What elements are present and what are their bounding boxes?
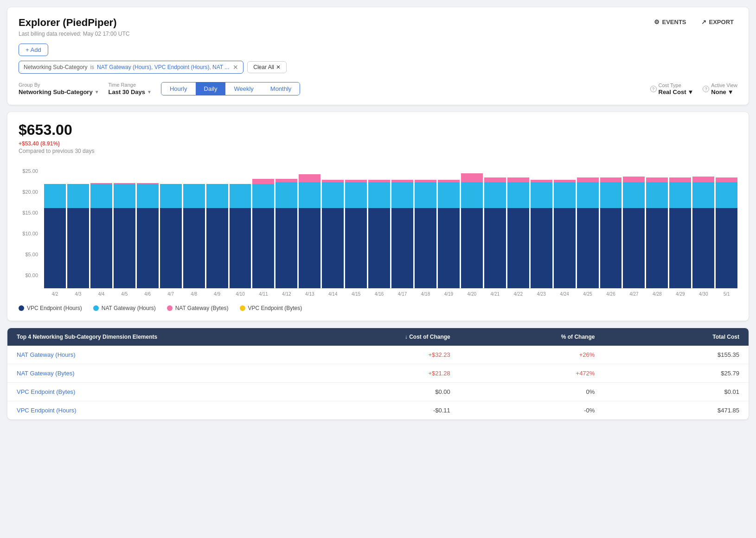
bar-segment-nat_gateway_bytes[interactable]: [299, 174, 320, 182]
bar-segment-vpc_endpoint_hours[interactable]: [554, 208, 576, 288]
bar-segment-nat_gateway_hours[interactable]: [484, 182, 506, 209]
events-button[interactable]: ⚙ EVENTS: [650, 17, 690, 27]
bar-segment-nat_gateway_bytes[interactable]: [461, 173, 483, 182]
bar-group[interactable]: [554, 168, 576, 288]
bar-segment-nat_gateway_hours[interactable]: [252, 184, 274, 208]
bar-segment-vpc_endpoint_hours[interactable]: [230, 208, 251, 288]
bar-group[interactable]: [299, 168, 320, 288]
bar-segment-vpc_endpoint_hours[interactable]: [507, 208, 529, 288]
bar-group[interactable]: [114, 168, 135, 288]
bar-segment-vpc_endpoint_hours[interactable]: [600, 208, 622, 288]
bar-segment-vpc_endpoint_hours[interactable]: [299, 208, 320, 288]
bar-segment-vpc_endpoint_hours[interactable]: [322, 208, 344, 288]
row-name[interactable]: NAT Gateway (Hours): [17, 351, 306, 358]
bar-group[interactable]: [275, 168, 297, 288]
bar-segment-vpc_endpoint_hours[interactable]: [415, 208, 436, 288]
bar-segment-nat_gateway_hours[interactable]: [183, 184, 205, 208]
bar-segment-nat_gateway_hours[interactable]: [554, 182, 576, 209]
bar-group[interactable]: [484, 168, 506, 288]
bar-segment-nat_gateway_bytes[interactable]: [577, 177, 599, 182]
bar-segment-nat_gateway_hours[interactable]: [137, 184, 159, 208]
bar-segment-vpc_endpoint_hours[interactable]: [114, 208, 135, 288]
bar-segment-nat_gateway_hours[interactable]: [230, 184, 251, 208]
group-by-select[interactable]: Networking Sub-Category ▼: [19, 89, 99, 95]
bar-segment-nat_gateway_hours[interactable]: [345, 182, 367, 209]
bar-segment-nat_gateway_bytes[interactable]: [484, 177, 506, 182]
bar-group[interactable]: [692, 168, 714, 288]
bar-segment-vpc_endpoint_hours[interactable]: [438, 208, 460, 288]
bar-group[interactable]: [206, 168, 228, 288]
active-view-control[interactable]: ? Active View None ▼: [703, 82, 737, 95]
bar-group[interactable]: [183, 168, 205, 288]
bar-group[interactable]: [44, 168, 66, 288]
bar-group[interactable]: [461, 168, 483, 288]
bar-segment-vpc_endpoint_hours[interactable]: [206, 208, 228, 288]
bar-segment-vpc_endpoint_hours[interactable]: [183, 208, 205, 288]
cost-type-control[interactable]: ? Cost Type Real Cost ▼: [650, 82, 694, 95]
bar-group[interactable]: [600, 168, 622, 288]
bar-segment-nat_gateway_bytes[interactable]: [275, 179, 297, 182]
bar-segment-nat_gateway_hours[interactable]: [67, 184, 89, 208]
bar-segment-nat_gateway_hours[interactable]: [391, 182, 413, 209]
monthly-button[interactable]: Monthly: [262, 82, 300, 95]
bar-segment-vpc_endpoint_hours[interactable]: [623, 208, 645, 288]
row-name[interactable]: VPC Endpoint (Bytes): [17, 388, 306, 395]
bar-segment-nat_gateway_bytes[interactable]: [692, 177, 714, 182]
bar-group[interactable]: [716, 168, 737, 288]
bar-segment-nat_gateway_hours[interactable]: [623, 182, 645, 209]
clear-all-button[interactable]: Clear All ✕: [247, 61, 287, 73]
bar-group[interactable]: [669, 168, 691, 288]
bar-segment-vpc_endpoint_hours[interactable]: [692, 208, 714, 288]
bar-segment-nat_gateway_hours[interactable]: [299, 182, 320, 209]
bar-group[interactable]: [252, 168, 274, 288]
bar-segment-nat_gateway_bytes[interactable]: [252, 179, 274, 184]
bar-group[interactable]: [623, 168, 645, 288]
bar-segment-vpc_endpoint_hours[interactable]: [391, 208, 413, 288]
bar-group[interactable]: [577, 168, 599, 288]
bar-group[interactable]: [531, 168, 552, 288]
bar-segment-nat_gateway_hours[interactable]: [507, 182, 529, 209]
daily-button[interactable]: Daily: [196, 82, 226, 95]
bar-segment-vpc_endpoint_hours[interactable]: [484, 208, 506, 288]
bar-segment-nat_gateway_hours[interactable]: [669, 182, 691, 209]
bar-group[interactable]: [507, 168, 529, 288]
bar-group[interactable]: [368, 168, 390, 288]
bar-group[interactable]: [230, 168, 251, 288]
bar-segment-nat_gateway_hours[interactable]: [206, 184, 228, 208]
bar-segment-nat_gateway_hours[interactable]: [461, 182, 483, 209]
bar-group[interactable]: [391, 168, 413, 288]
bar-segment-nat_gateway_bytes[interactable]: [669, 177, 691, 182]
bar-segment-vpc_endpoint_hours[interactable]: [577, 208, 599, 288]
bar-segment-vpc_endpoint_hours[interactable]: [90, 208, 112, 288]
filter-close-icon[interactable]: ✕: [233, 63, 238, 71]
bar-segment-vpc_endpoint_hours[interactable]: [252, 208, 274, 288]
bar-segment-nat_gateway_bytes[interactable]: [646, 177, 668, 182]
hourly-button[interactable]: Hourly: [161, 82, 196, 95]
bar-segment-nat_gateway_hours[interactable]: [438, 182, 460, 209]
bar-segment-vpc_endpoint_hours[interactable]: [646, 208, 668, 288]
bar-segment-nat_gateway_hours[interactable]: [577, 182, 599, 209]
bar-segment-nat_gateway_hours[interactable]: [646, 182, 668, 209]
bar-group[interactable]: [137, 168, 159, 288]
bar-segment-nat_gateway_hours[interactable]: [716, 182, 737, 209]
bar-segment-nat_gateway_hours[interactable]: [692, 182, 714, 209]
time-range-select[interactable]: Last 30 Days ▼: [109, 89, 152, 95]
export-button[interactable]: ↗ EXPORT: [698, 17, 737, 27]
bar-segment-nat_gateway_hours[interactable]: [368, 182, 390, 209]
bar-segment-nat_gateway_hours[interactable]: [114, 184, 135, 208]
bar-segment-vpc_endpoint_hours[interactable]: [461, 208, 483, 288]
bar-segment-vpc_endpoint_hours[interactable]: [669, 208, 691, 288]
row-name[interactable]: NAT Gateway (Bytes): [17, 370, 306, 377]
bar-group[interactable]: [160, 168, 182, 288]
bar-segment-nat_gateway_hours[interactable]: [531, 182, 552, 209]
bar-segment-vpc_endpoint_hours[interactable]: [345, 208, 367, 288]
bar-segment-nat_gateway_hours[interactable]: [275, 182, 297, 209]
bar-segment-vpc_endpoint_hours[interactable]: [44, 208, 66, 288]
bar-segment-vpc_endpoint_hours[interactable]: [275, 208, 297, 288]
bar-segment-nat_gateway_hours[interactable]: [44, 184, 66, 208]
add-button[interactable]: + Add: [19, 44, 48, 56]
bar-segment-nat_gateway_bytes[interactable]: [716, 177, 737, 182]
bar-segment-nat_gateway_hours[interactable]: [600, 182, 622, 209]
bar-segment-nat_gateway_bytes[interactable]: [600, 177, 622, 182]
bar-group[interactable]: [345, 168, 367, 288]
